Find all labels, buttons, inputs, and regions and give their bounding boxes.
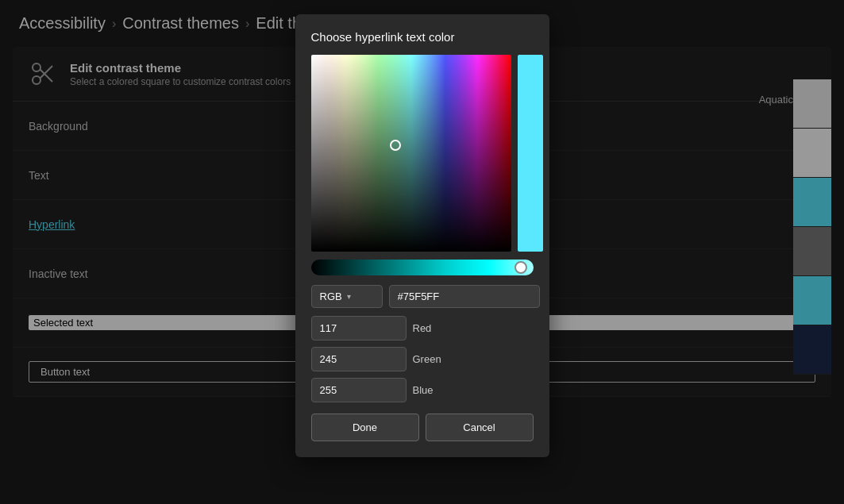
hue-strip[interactable] (518, 55, 543, 252)
modal-buttons: Done Cancel (311, 414, 534, 441)
done-button[interactable]: Done (311, 414, 419, 441)
color-mode-select[interactable]: RGB ▾ (311, 285, 383, 308)
mode-hex-row: RGB ▾ (311, 285, 534, 308)
modal-title: Choose hyperlink text color (311, 30, 534, 44)
blue-row: Blue (311, 378, 534, 402)
hue-slider-thumb[interactable] (514, 261, 527, 274)
green-row: Green (311, 347, 534, 371)
blue-label: Blue (413, 384, 441, 396)
hue-slider-row (311, 260, 534, 275)
green-label: Green (413, 353, 441, 365)
chevron-down-icon: ▾ (347, 292, 351, 301)
picker-canvas-area (311, 55, 534, 252)
blue-input[interactable] (311, 378, 407, 402)
green-input[interactable] (311, 347, 407, 371)
red-label: Red (413, 322, 441, 334)
hex-input[interactable] (389, 285, 540, 308)
red-row: Red (311, 316, 534, 340)
red-input[interactable] (311, 316, 407, 340)
hue-slider[interactable] (311, 260, 534, 275)
color-mode-label: RGB (320, 290, 342, 302)
cancel-button[interactable]: Cancel (426, 414, 534, 441)
modal-overlay: Choose hyperlink text color RGB ▾ (0, 0, 844, 504)
color-picker-modal: Choose hyperlink text color RGB ▾ (295, 14, 549, 457)
color-gradient-box[interactable] (311, 55, 511, 252)
